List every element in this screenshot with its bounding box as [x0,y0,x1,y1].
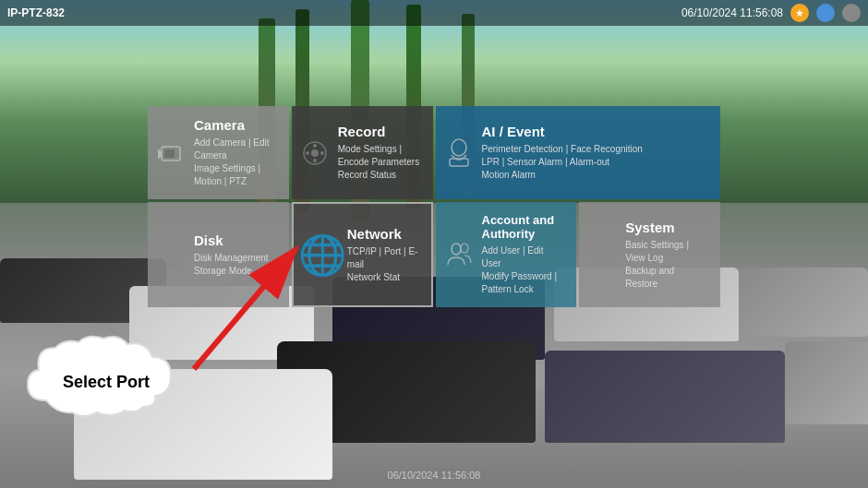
menu-system[interactable]: System Basic Settings | View Log Backup … [579,202,720,307]
svg-point-8 [320,151,324,155]
system-title: System [625,220,707,235]
svg-point-6 [313,159,317,162]
svg-point-5 [313,144,317,148]
svg-point-9 [452,139,466,156]
account-subtitle: Add User | Edit User Modify Password | P… [482,244,564,296]
top-bar-right: 06/10/2024 11:56:08 ★ [681,4,861,22]
svg-line-18 [194,249,295,369]
ai-icon [445,139,473,167]
svg-point-16 [597,250,607,259]
menu-record[interactable]: Record Mode Settings | Encode Parameters… [292,106,433,199]
top-bar: IP-PTZ-832 06/10/2024 11:56:08 ★ [0,0,868,26]
camera-subtitle: Add Camera | Edit Camera Image Settings … [194,137,276,188]
record-icon [301,139,329,167]
car-6 [545,351,785,443]
svg-point-15 [461,244,468,253]
menu-camera[interactable]: Camera Add Camera | Edit Camera Image Se… [148,106,289,199]
camera-title: Camera [194,117,276,133]
system-subtitle: Basic Settings | View Log Backup and Res… [625,239,707,291]
record-subtitle: Mode Settings | Encode Parameters Record… [338,143,420,182]
timestamp: 06/10/2024 11:56:08 [681,6,783,19]
car-7 [785,341,868,424]
callout-bubble: Select Port [18,331,194,433]
account-icon [445,241,473,268]
svg-point-4 [311,149,319,157]
svg-point-14 [452,244,461,255]
ai-subtitle: Perimeter Detection | Face Recognition L… [482,143,708,182]
account-title: Account and Authority [482,213,564,241]
star-icon: ★ [790,4,809,22]
dot-blue-icon [816,4,835,22]
dot-gray-icon [842,4,861,22]
svg-rect-2 [164,149,175,158]
record-title: Record [338,124,420,139]
car-5 [739,268,868,337]
menu-account[interactable]: Account and Authority Add User | Edit Us… [436,202,577,307]
camera-icon [157,139,185,167]
menu-ai-event[interactable]: AI / Event Perimeter Detection | Face Re… [436,106,721,199]
device-id: IP-PTZ-832 [7,6,65,19]
svg-point-7 [306,151,309,155]
bottom-timestamp: 06/10/2024 11:56:08 [388,470,481,481]
system-icon [588,241,616,268]
callout-text: Select Port [63,373,150,392]
ai-title: AI / Event [482,124,708,139]
